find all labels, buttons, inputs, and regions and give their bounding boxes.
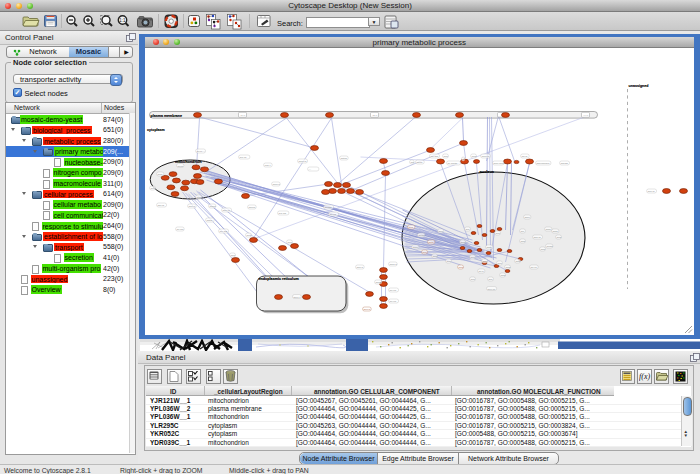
svg-text:Gdjb: Gdjb <box>486 246 492 249</box>
svg-text:Gr-wcrtjd: Gr-wcrtjd <box>447 162 457 165</box>
svg-text:unassigned: unassigned <box>628 84 648 88</box>
svg-text:Gwd: Gwd <box>482 260 488 263</box>
svg-text:Gw: Gw <box>410 161 414 164</box>
svg-text:Gdm-b: Gdm-b <box>272 183 280 186</box>
svg-text:Gdrd: Gdrd <box>375 281 381 284</box>
svg-text:Gjrd: Gjrd <box>408 226 413 229</box>
svg-text:Gcb: Gcb <box>446 260 451 263</box>
svg-text:Gcw: Gcw <box>460 241 465 244</box>
svg-text:Gc-b: Gc-b <box>478 270 484 273</box>
svg-text:Gb-wjd: Gb-wjd <box>430 155 438 158</box>
svg-text:Gcd: Gcd <box>438 230 443 233</box>
svg-text:[4-4]: [4-4] <box>583 114 588 116</box>
svg-text:Gdjd: Gdjd <box>545 228 551 231</box>
svg-text:Gne-rd: Gne-rd <box>487 288 495 291</box>
svg-text:cytoplasm: cytoplasm <box>147 128 165 132</box>
svg-text:Gc-jrb: Gc-jrb <box>329 213 336 216</box>
svg-text:Gc-jrd: Gc-jrd <box>389 300 396 303</box>
svg-text:Gdw: Gdw <box>500 274 505 277</box>
svg-text:Gfr-GB: Gfr-GB <box>219 230 227 233</box>
svg-text:Gcb: Gcb <box>495 232 500 235</box>
svg-text:Wbr-t: Wbr-t <box>264 164 270 167</box>
svg-text:Gstrd: Gstrd <box>206 219 213 222</box>
svg-text:Gcb: Gcb <box>497 262 502 265</box>
svg-text:Gdm-jb: Gdm-jb <box>481 155 490 158</box>
svg-text:Gc-rd: Gc-rd <box>530 266 537 269</box>
svg-text:Gne-b: Gne-b <box>363 308 370 311</box>
svg-text:Gjd: Gjd <box>488 278 492 281</box>
svg-text:Gcw: Gcw <box>556 236 561 239</box>
svg-text:w: w <box>462 158 464 161</box>
svg-text:Gcwd: Gcwd <box>546 245 553 248</box>
svg-text:Gbkrd: Gbkrd <box>248 206 255 209</box>
svg-text:Gdw: Gdw <box>471 155 476 158</box>
svg-text:Gdb: Gdb <box>196 196 201 199</box>
svg-text:Gc-wd: Gc-wd <box>176 228 184 231</box>
svg-text:Gde-rg: Gde-rg <box>222 209 230 212</box>
svg-text:[2-4]: [2-4] <box>372 114 377 116</box>
svg-text:nucleus: nucleus <box>479 170 493 174</box>
svg-text:Gdjd: Gdjd <box>552 230 558 233</box>
svg-text:Gdm-b: Gdm-b <box>389 263 397 266</box>
svg-text:wmc-wcd: wmc-wcd <box>493 162 504 165</box>
svg-text:f(x): f(x) <box>639 372 650 381</box>
svg-text:Gdw: Gdw <box>505 266 510 269</box>
svg-text:Gdm-jd: Gdm-jd <box>298 160 307 163</box>
svg-text:Gnrd: Gnrd <box>177 165 183 168</box>
svg-text:Gbrjd: Gbrjd <box>416 161 423 164</box>
svg-text:Gnd: Gnd <box>246 234 251 237</box>
svg-text:Gdw: Gdw <box>515 260 520 263</box>
svg-text:Gdb: Gdb <box>540 248 545 251</box>
svg-text:Gcd: Gcd <box>470 256 475 259</box>
svg-text:Gwjd: Gwjd <box>412 246 418 249</box>
svg-text:Gcj: Gcj <box>520 230 524 233</box>
svg-text:Gde-jb: Gde-jb <box>647 190 655 193</box>
svg-text:Gcjd: Gcjd <box>157 173 163 176</box>
svg-text:Gene-A: Gene-A <box>196 150 205 153</box>
svg-text:Gder: Gder <box>524 216 530 219</box>
svg-text:[1-4]: [1-4] <box>240 114 245 116</box>
svg-text:Gde-b: Gde-b <box>188 205 195 208</box>
svg-text:Gstnd: Gstnd <box>340 157 347 160</box>
svg-text:Gcb: Gcb <box>422 251 427 254</box>
svg-text:Gbd: Gbd <box>230 254 235 257</box>
svg-text:Gbr-jg: Gbr-jg <box>157 204 164 207</box>
svg-text:Gjd: Gjd <box>465 228 469 231</box>
svg-text:Gb-jb: Gb-jb <box>521 155 528 158</box>
svg-text:Gnrstd: Gnrstd <box>324 206 332 209</box>
svg-text:wbrxdbcsnd: wbrxdbcsnd <box>536 162 549 165</box>
svg-text:CG-jrdj: CG-jrdj <box>278 212 286 215</box>
svg-text:Gdw: Gdw <box>432 255 437 258</box>
svg-text:Gne-t: Gne-t <box>293 296 299 299</box>
svg-text:Gdb: Gdb <box>520 240 525 243</box>
svg-text:Gde-b: Gde-b <box>356 266 363 269</box>
svg-text:Gdjb: Gdjb <box>428 241 434 244</box>
svg-text:Gjd: Gjd <box>150 187 154 190</box>
svg-text:Gcb: Gcb <box>470 278 475 281</box>
svg-text:plasma membrane: plasma membrane <box>150 114 182 118</box>
svg-text:Gcd: Gcd <box>287 241 292 244</box>
svg-text:Glk-rjk: Glk-rjk <box>239 156 247 159</box>
svg-text:Gcb: Gcb <box>443 155 448 158</box>
svg-text:Gcwd: Gcwd <box>418 234 425 237</box>
svg-text:Gc-jrd: Gc-jrd <box>389 289 396 292</box>
svg-text:1:1: 1:1 <box>119 18 126 23</box>
svg-text:Gde-jd: Gde-jd <box>533 236 541 239</box>
svg-text:Gmde: Gmde <box>209 205 216 208</box>
svg-text:Gwd: Gwd <box>458 266 464 269</box>
svg-text:endoplasmic reticulum: endoplasmic reticulum <box>258 277 299 281</box>
svg-text:Gwrsjd: Gwrsjd <box>560 162 568 165</box>
